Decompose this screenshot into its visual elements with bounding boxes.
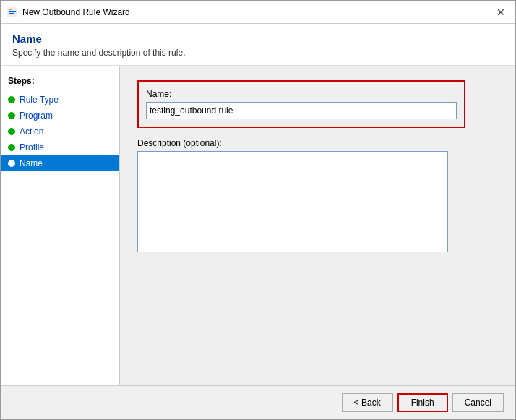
step-dot-name — [8, 160, 15, 167]
step-label-name: Name — [20, 158, 43, 168]
wizard-window: New Outbound Rule Wizard ✕ Name Specify … — [0, 0, 516, 420]
sidebar-item-profile[interactable]: Profile — [1, 140, 119, 155]
svg-rect-2 — [9, 13, 14, 14]
wizard-icon — [7, 7, 18, 18]
content-inner: Name: Description (optional): — [137, 80, 484, 254]
page-title: Name — [12, 33, 504, 45]
sidebar-item-rule-type[interactable]: Rule Type — [1, 92, 119, 108]
sidebar-item-action[interactable]: Action — [1, 124, 119, 140]
svg-rect-3 — [9, 9, 12, 10]
close-button[interactable]: ✕ — [492, 4, 509, 21]
main-area: Steps: Rule Type Program Action Profile — [1, 66, 515, 385]
sidebar: Steps: Rule Type Program Action Profile — [1, 66, 120, 385]
description-section: Description (optional): — [137, 138, 484, 254]
step-label-action: Action — [20, 127, 43, 137]
sidebar-item-name[interactable]: Name — [1, 155, 119, 171]
step-label-rule-type: Rule Type — [20, 95, 59, 105]
header-section: Name Specify the name and description of… — [1, 24, 515, 66]
footer: < Back Finish Cancel — [1, 385, 515, 419]
page-subtitle: Specify the name and description of this… — [12, 48, 504, 58]
title-bar-text: New Outbound Rule Wizard — [22, 7, 492, 17]
step-dot-profile — [8, 144, 15, 151]
content-panel: Name: Description (optional): — [120, 66, 515, 385]
name-input[interactable] — [146, 102, 457, 119]
name-field-label: Name: — [146, 89, 457, 99]
finish-button[interactable]: Finish — [397, 393, 448, 412]
step-dot-action — [8, 128, 15, 135]
step-dot-program — [8, 112, 15, 119]
step-dot-rule-type — [8, 96, 15, 103]
svg-rect-1 — [9, 11, 16, 12]
window-content: Name Specify the name and description of… — [1, 24, 515, 419]
back-button[interactable]: < Back — [342, 393, 393, 412]
steps-label: Steps: — [1, 73, 119, 92]
step-label-program: Program — [20, 111, 53, 121]
cancel-button[interactable]: Cancel — [452, 393, 504, 412]
description-textarea[interactable] — [137, 151, 448, 252]
sidebar-item-program[interactable]: Program — [1, 108, 119, 124]
title-bar: New Outbound Rule Wizard ✕ — [1, 1, 515, 24]
name-section: Name: — [137, 80, 465, 128]
description-label: Description (optional): — [137, 138, 484, 148]
step-label-profile: Profile — [20, 142, 44, 153]
